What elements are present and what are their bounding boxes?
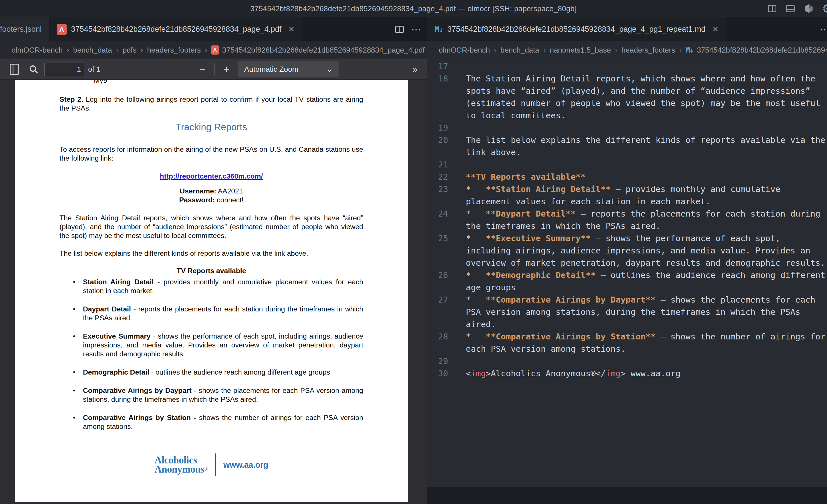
breadcrumb-item[interactable]: nanonets1.5_base — [550, 46, 611, 55]
pdf-step2-paragraph: Step 2. Log into the following airings r… — [59, 95, 363, 113]
line-content: The list below explains the different ki… — [466, 134, 827, 159]
username-value: AA2021 — [216, 187, 243, 195]
toolbar-overflow-button[interactable]: » — [406, 59, 423, 80]
line-number: 20 — [427, 134, 448, 146]
report-list-item: Comparative Airings by Daypart - shows t… — [59, 386, 363, 404]
pdf-list-title: TV Reports available — [59, 266, 363, 275]
code-line: 22**TV Reports available** — [427, 171, 827, 183]
toggle-sidebar-icon[interactable] — [767, 3, 777, 14]
pdf-file-icon: Λ — [57, 24, 67, 35]
line-number: 26 — [427, 269, 448, 281]
code-line: 24* **Daypart Detail** – reports the pla… — [427, 208, 827, 232]
toggle-panel-icon[interactable] — [785, 3, 795, 14]
step-text: Log into the following airings report po… — [59, 96, 363, 112]
code-line: 26* **Demographic Detail** – outlines th… — [427, 269, 827, 294]
report-portal-link[interactable]: http://reportcenter.c360m.com/ — [160, 172, 263, 180]
breadcrumb-separator-icon: › — [141, 46, 143, 55]
markdown-editor[interactable]: 17 18The Station Airing Detail reports, … — [427, 59, 827, 487]
pdf-list-intro: The list below explains the different ki… — [59, 249, 363, 258]
username-label: Username: — [180, 187, 216, 195]
line-number: 18 — [427, 72, 448, 85]
tabbar-right: M↓ 3754542bf828b42b268defe21db8526945928… — [427, 17, 827, 42]
breadcrumb-item[interactable]: bench_data — [73, 46, 112, 55]
close-tab-icon[interactable]: ✕ — [288, 25, 295, 34]
breadcrumb-separator-icon: › — [116, 46, 119, 55]
window-titlebar: 3754542bf828b42b268defe21db8526945928834… — [0, 0, 827, 17]
password-value: connect! — [215, 196, 243, 204]
breadcrumb-item[interactable]: olmOCR-bench — [439, 46, 490, 55]
chevron-down-icon: ⌄ — [327, 65, 332, 73]
report-list-item: Comparative Airings by Station - shows t… — [59, 413, 363, 431]
tab-markdown[interactable]: M↓ 3754542bf828b42b268defe21db8526945928… — [427, 17, 726, 42]
code-line: 30<img>Alcoholics Anonymous®</img> www.a… — [427, 368, 827, 380]
markdown-file-icon: M↓ — [686, 46, 693, 54]
pdf-access-paragraph: To access reports for information on the… — [59, 145, 363, 163]
code-line: 17 — [427, 60, 827, 72]
breadcrumb-separator-icon: › — [615, 46, 617, 55]
code-line: 27* **Comparative Airings by Daypart** –… — [427, 294, 827, 331]
pdf-password-line: Password: connect! — [59, 195, 363, 204]
tab-footers-jsonl[interactable]: footers.jsonl — [0, 17, 49, 42]
aa-website-url: www.aa.org — [223, 460, 268, 469]
code-line: 21 — [427, 159, 827, 171]
split-columns-icon — [768, 5, 776, 12]
line-number: 28 — [427, 331, 448, 343]
zoom-level-select[interactable]: Automatic Zoom ⌄ — [238, 61, 339, 77]
split-editor-icon[interactable] — [395, 26, 404, 33]
line-number: 24 — [427, 208, 448, 220]
tab-label: 3754542bf828b42b268defe21db8526945928834… — [71, 25, 282, 34]
breadcrumb-separator-icon: › — [494, 46, 496, 55]
line-content — [466, 122, 827, 134]
search-icon — [29, 64, 39, 74]
zoom-out-button[interactable]: − — [194, 59, 210, 80]
toggle-pdf-sidebar-button[interactable] — [6, 59, 22, 80]
breadcrumb: olmOCR-bench›bench_data›pdfs›headers_foo… — [0, 42, 427, 59]
pdf-find-button[interactable] — [26, 59, 41, 80]
line-number: 22 — [427, 171, 448, 183]
pdf-clipped-header: My9 — [94, 80, 107, 85]
line-number: 29 — [427, 355, 448, 368]
breadcrumb-item[interactable]: 3754542bf828b42b268defe21db8526945928834… — [697, 46, 827, 55]
customize-layout-icon[interactable] — [804, 3, 814, 14]
titlebar-layout-controls: ⚙ — [767, 0, 827, 17]
tab-pdf[interactable]: Λ 3754542bf828b42b268defe21db85269459288… — [49, 17, 302, 42]
tab-label: 3754542bf828b42b268defe21db8526945928834… — [447, 25, 706, 34]
pdf-username-line: Username: AA2021 — [59, 186, 363, 195]
line-content: * **Comparative Airings by Daypart** – s… — [466, 294, 827, 331]
report-name: Comparative Airings by Daypart — [83, 387, 192, 394]
line-number: 30 — [427, 368, 448, 380]
markdown-file-icon: M↓ — [435, 25, 443, 34]
pdf-viewer[interactable]: My9 Step 2. Log into the following airin… — [0, 80, 427, 504]
line-content: <img>Alcoholics Anonymous®</img> www.aa.… — [466, 368, 827, 380]
breadcrumb-item[interactable]: olmOCR-bench — [11, 46, 63, 55]
zoom-level-value: Automatic Zoom — [244, 65, 327, 74]
report-name: Executive Summary — [83, 332, 151, 340]
code-line: 18The Station Airing Detail reports, whi… — [427, 72, 827, 122]
breadcrumb-item[interactable]: 3754542bf828b42b268defe21db8526945928834… — [222, 46, 425, 55]
code-line: 19 — [427, 122, 827, 134]
page-number-input[interactable] — [44, 63, 84, 76]
more-actions-icon[interactable]: ⋯ — [820, 24, 827, 34]
line-content: * **Station Airing Detail** – provides m… — [466, 183, 827, 208]
code-line: 25* **Executive Summary** – shows the pe… — [427, 232, 827, 269]
line-number: 23 — [427, 183, 448, 195]
breadcrumb-item[interactable]: headers_footers — [147, 46, 201, 55]
line-content: * **Demographic Detail** – outlines the … — [466, 269, 827, 294]
tab-label: footers.jsonl — [0, 25, 42, 34]
more-actions-icon[interactable]: ⋯ — [411, 24, 421, 34]
line-number: 17 — [427, 60, 448, 72]
code-line: 28* **Comparative Airings by Station** –… — [427, 331, 827, 355]
settings-gear-icon[interactable]: ⚙ — [822, 3, 827, 14]
logo-divider — [215, 453, 216, 476]
breadcrumb-item[interactable]: pdfs — [123, 46, 136, 55]
breadcrumb-separator-icon: › — [543, 46, 546, 55]
pdf-report-list: Station Airing Detail - provides monthly… — [59, 277, 363, 431]
pdf-file-icon: Λ — [211, 45, 219, 55]
line-content — [466, 159, 827, 171]
line-content — [466, 355, 827, 368]
breadcrumb-item[interactable]: headers_footers — [621, 46, 675, 55]
breadcrumb-item[interactable]: bench_data — [500, 46, 539, 55]
report-list-item: Executive Summary - shows the performanc… — [59, 332, 363, 358]
close-tab-icon[interactable]: ✕ — [712, 25, 719, 34]
zoom-in-button[interactable]: + — [218, 59, 235, 80]
